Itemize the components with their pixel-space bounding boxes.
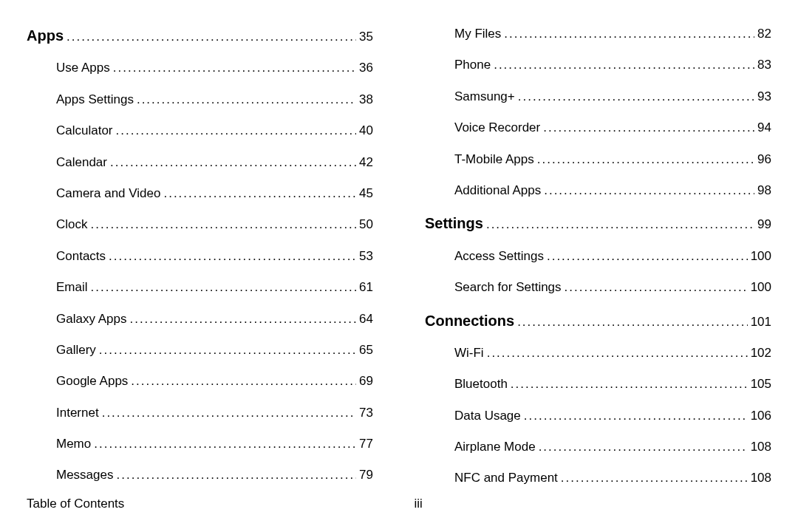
toc-entry-title: Contacts bbox=[56, 249, 106, 264]
toc-entry-title: Internet bbox=[56, 406, 99, 420]
toc-entry[interactable]: Samsung+93 bbox=[454, 89, 771, 104]
toc-entry-page: 73 bbox=[359, 406, 373, 420]
leader-dots bbox=[110, 155, 356, 170]
toc-entry[interactable]: Additional Apps98 bbox=[454, 183, 771, 198]
toc-entry[interactable]: Calculator40 bbox=[56, 123, 373, 138]
toc-entry-page: 53 bbox=[359, 249, 373, 264]
leader-dots bbox=[565, 280, 748, 295]
toc-entry-page: 108 bbox=[751, 471, 771, 485]
toc-entry-title: NFC and Payment bbox=[454, 471, 558, 485]
toc-entry[interactable]: Data Usage106 bbox=[454, 409, 771, 423]
toc-entry-title: Calculator bbox=[56, 123, 113, 138]
toc-entry[interactable]: Calendar42 bbox=[56, 155, 373, 170]
toc-entry[interactable]: Apps Settings38 bbox=[56, 92, 373, 107]
toc-entry[interactable]: Memo77 bbox=[56, 437, 373, 451]
leader-dots bbox=[116, 123, 357, 138]
toc-entry[interactable]: Gallery65 bbox=[56, 343, 373, 358]
toc-entry-page: 106 bbox=[751, 409, 771, 423]
toc-entry[interactable]: Connections101 bbox=[425, 312, 771, 330]
toc-entry-page: 98 bbox=[757, 183, 771, 198]
toc-entry-page: 100 bbox=[751, 249, 771, 264]
toc-entry-title: Camera and Video bbox=[56, 186, 160, 201]
toc-entry-title: Additional Apps bbox=[454, 183, 541, 198]
footer: Table of Contents iii bbox=[27, 497, 771, 511]
toc-entry[interactable]: T-Mobile Apps96 bbox=[454, 152, 771, 167]
toc-entry-page: 94 bbox=[757, 120, 771, 135]
toc-entry-title: Email bbox=[56, 280, 88, 295]
leader-dots bbox=[504, 27, 754, 41]
toc-entry-page: 65 bbox=[359, 343, 373, 358]
leader-dots bbox=[99, 343, 356, 358]
toc-entry-title: Galaxy Apps bbox=[56, 312, 126, 327]
footer-label: Table of Contents bbox=[27, 497, 124, 511]
toc-entry[interactable]: My Files82 bbox=[454, 27, 771, 41]
toc-entry[interactable]: Settings99 bbox=[425, 214, 771, 232]
leader-dots bbox=[163, 186, 356, 201]
toc-entry-title: Access Settings bbox=[454, 249, 544, 264]
toc-entry[interactable]: Bluetooth105 bbox=[454, 377, 771, 392]
toc-entry-title: Phone bbox=[454, 58, 491, 72]
toc-entry[interactable]: Messages79 bbox=[56, 468, 373, 482]
toc-entry-page: 35 bbox=[359, 30, 373, 44]
leader-dots bbox=[116, 468, 356, 482]
toc-entry[interactable]: Email61 bbox=[56, 280, 373, 295]
toc-entry[interactable]: Use Apps36 bbox=[56, 61, 373, 75]
leader-dots bbox=[91, 217, 357, 232]
leader-dots bbox=[537, 152, 754, 167]
toc-entry[interactable]: Google Apps69 bbox=[56, 374, 373, 389]
leader-dots bbox=[487, 346, 748, 361]
toc-entry-title: Voice Recorder bbox=[454, 120, 540, 135]
toc-entry[interactable]: Airplane Mode108 bbox=[454, 440, 771, 454]
toc-entry[interactable]: Galaxy Apps64 bbox=[56, 312, 373, 327]
leader-dots bbox=[94, 437, 356, 451]
leader-dots bbox=[543, 120, 754, 135]
footer-page-number: iii bbox=[414, 497, 422, 511]
toc-entry[interactable]: Clock50 bbox=[56, 217, 373, 232]
toc-entry[interactable]: Camera and Video45 bbox=[56, 186, 373, 201]
toc-entry[interactable]: Voice Recorder94 bbox=[454, 120, 771, 135]
toc-entry-title: Use Apps bbox=[56, 61, 110, 75]
toc-entry-title: Messages bbox=[56, 468, 113, 482]
toc-entry-title: Apps bbox=[27, 27, 64, 44]
toc-entry-title: Search for Settings bbox=[454, 280, 562, 295]
toc-entry[interactable]: Phone83 bbox=[454, 58, 771, 72]
toc-entry-page: 50 bbox=[359, 217, 373, 232]
toc-body: Apps35Use Apps36Apps Settings38Calculato… bbox=[0, 0, 798, 502]
toc-entry-page: 105 bbox=[751, 377, 771, 392]
toc-entry[interactable]: Wi-Fi102 bbox=[454, 346, 771, 361]
leader-dots bbox=[113, 61, 356, 75]
toc-entry-page: 99 bbox=[757, 217, 771, 232]
toc-entry[interactable]: Access Settings100 bbox=[454, 249, 771, 264]
toc-entry-title: Airplane Mode bbox=[454, 440, 536, 454]
toc-entry[interactable]: Search for Settings100 bbox=[454, 280, 771, 295]
toc-entry-page: 83 bbox=[757, 58, 771, 72]
leader-dots bbox=[66, 30, 356, 44]
toc-entry-page: 69 bbox=[359, 374, 373, 389]
leader-dots bbox=[524, 409, 748, 423]
leader-dots bbox=[544, 183, 754, 198]
toc-entry-title: Bluetooth bbox=[454, 377, 508, 392]
toc-entry-page: 102 bbox=[751, 346, 771, 361]
toc-entry-page: 100 bbox=[751, 280, 771, 295]
leader-dots bbox=[494, 58, 754, 72]
toc-entry[interactable]: Contacts53 bbox=[56, 249, 373, 264]
toc-entry[interactable]: Apps35 bbox=[27, 27, 373, 44]
leader-dots bbox=[486, 217, 754, 232]
toc-entry-title: Samsung+ bbox=[454, 89, 515, 104]
toc-entry-title: Settings bbox=[425, 214, 483, 232]
leader-dots bbox=[517, 315, 748, 330]
leader-dots bbox=[129, 312, 356, 327]
toc-entry-title: Data Usage bbox=[454, 409, 521, 423]
toc-entry-page: 93 bbox=[757, 89, 771, 104]
leader-dots bbox=[547, 249, 748, 264]
toc-entry-title: Clock bbox=[56, 217, 88, 232]
toc-entry[interactable]: NFC and Payment108 bbox=[454, 471, 771, 485]
leader-dots bbox=[137, 92, 356, 107]
toc-entry[interactable]: Internet73 bbox=[56, 406, 373, 420]
toc-column-left: Apps35Use Apps36Apps Settings38Calculato… bbox=[27, 27, 373, 502]
toc-entry-page: 38 bbox=[359, 92, 373, 107]
toc-entry-title: Calendar bbox=[56, 155, 107, 170]
toc-entry-page: 36 bbox=[359, 61, 373, 75]
leader-dots bbox=[561, 471, 748, 485]
leader-dots bbox=[511, 377, 748, 392]
